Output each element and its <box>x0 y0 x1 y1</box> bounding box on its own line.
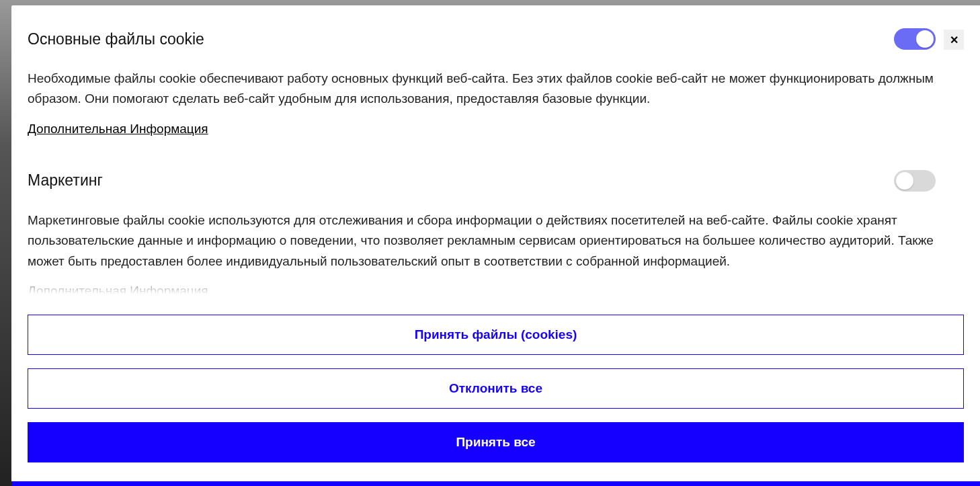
section-description: Необходимые файлы cookie обеспечивают ра… <box>28 69 964 110</box>
section-header: Маркетинг <box>28 170 964 192</box>
cookie-settings-modal: ✕ Основные файлы cookie Необходимые файл… <box>11 5 980 481</box>
section-title: Основные файлы cookie <box>28 30 204 48</box>
section-description: Маркетинговые файлы cookie используются … <box>28 210 964 272</box>
more-info-link[interactable]: Дополнительная Информация <box>28 122 208 136</box>
cookie-section-marketing: Маркетинг Маркетинговые файлы cookie исп… <box>28 170 964 294</box>
marketing-toggle[interactable] <box>894 170 936 192</box>
accept-selected-button[interactable]: Принять файлы (cookies) <box>28 315 964 355</box>
cookie-section-essential: Основные файлы cookie Необходимые файлы … <box>28 28 964 136</box>
essential-toggle[interactable] <box>894 28 936 50</box>
section-title: Маркетинг <box>28 171 103 190</box>
more-info-link[interactable]: Дополнительная Информация <box>28 284 208 294</box>
section-header: Основные файлы cookie <box>28 28 964 50</box>
reject-all-button[interactable]: Отклонить все <box>28 368 964 409</box>
decorative-strip <box>11 481 980 486</box>
modal-footer: Принять файлы (cookies) Отклонить все Пр… <box>11 294 980 481</box>
modal-content: ✕ Основные файлы cookie Необходимые файл… <box>11 5 980 294</box>
accept-all-button[interactable]: Принять все <box>28 422 964 462</box>
